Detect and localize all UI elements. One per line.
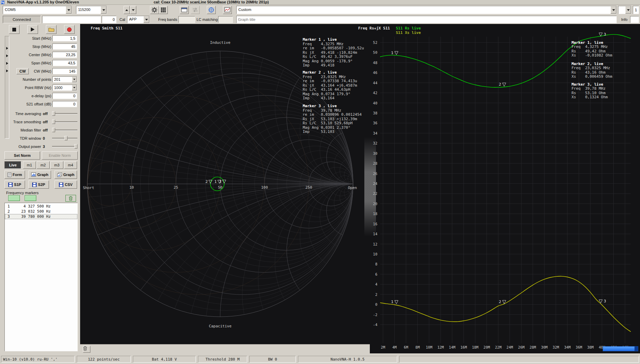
play-button[interactable] <box>27 25 38 34</box>
baud-rate-value: 115200 <box>76 6 101 14</box>
marker-row-1[interactable]: 1 4 327 500 Hz <box>5 204 77 209</box>
trace-smoothing-slider[interactable] <box>52 121 77 123</box>
median-filter-slider[interactable] <box>52 129 77 131</box>
edelay-row: e-delay (ps) <box>0 93 79 99</box>
median-filter-value: off <box>43 128 52 133</box>
set-norm-button[interactable]: Set Norm <box>4 151 40 160</box>
graph-settings-button[interactable] <box>223 6 232 14</box>
dropdown-arrow-icon[interactable] <box>101 6 106 14</box>
dropdown-arrow-icon[interactable] <box>611 6 616 14</box>
y-axis-tick: 8 <box>375 262 377 266</box>
stop-button[interactable] <box>9 25 20 34</box>
slider-thumb[interactable] <box>52 128 55 132</box>
frequency-marker-list[interactable]: 1 4 327 500 Hz 2 23 032 500 Hz 3 39 780 … <box>4 203 78 351</box>
settings-button[interactable] <box>150 6 159 14</box>
dropdown-arrow-icon[interactable] <box>66 6 72 14</box>
titlebar[interactable]: NanoVNA-App v1.1.205 by OneOfEleven cal:… <box>0 0 640 5</box>
rsxs-chart-title: Freq Rs+jX S11 <box>358 26 390 30</box>
scan-target-button[interactable] <box>207 6 216 14</box>
trace-live-button[interactable]: Live <box>4 161 21 169</box>
rbw-label: Point RBW (Hz) <box>0 85 51 91</box>
marker-color-swatch[interactable] <box>8 195 20 201</box>
cal-mode-select[interactable]: APP <box>127 16 150 23</box>
rbw-value: 1000 <box>53 85 72 90</box>
center-mhz-input[interactable] <box>52 52 77 58</box>
point-rbw-select[interactable]: 1000 <box>52 85 77 91</box>
count-field[interactable] <box>633 6 639 14</box>
slider-thumb[interactable] <box>52 120 55 124</box>
trace-m2-button[interactable]: m2 <box>37 161 50 169</box>
spin-down-button[interactable] <box>130 6 136 14</box>
marker-row-2[interactable]: 2 23 032 500 Hz <box>5 209 77 214</box>
points-label: Number of points <box>0 76 51 83</box>
form-label: Form <box>13 173 22 177</box>
s21-offset-row: S21 offset (dB) <box>0 101 79 107</box>
save-s2p-button[interactable]: S2P <box>28 180 49 189</box>
connected-button[interactable]: Connected <box>3 16 41 23</box>
edelay-input[interactable] <box>52 93 77 99</box>
mini-select[interactable] <box>618 6 631 14</box>
save-csv-button[interactable]: CSV <box>54 180 77 189</box>
progress-cap <box>635 347 638 351</box>
screenshot-button[interactable] <box>180 6 189 14</box>
graph-copy-button[interactable]: Graph <box>54 171 77 179</box>
baud-rate-select[interactable]: 115200 <box>76 6 107 14</box>
legend-s11-xs: S11 Xs live <box>396 30 421 35</box>
spin-up-button[interactable] <box>124 6 130 14</box>
address-field[interactable] <box>42 16 101 23</box>
freq-bands-field[interactable] <box>178 16 195 23</box>
trace-m1-button[interactable]: m1 <box>23 161 36 169</box>
graph-view-button[interactable]: Graph <box>28 171 51 179</box>
delete-markers-button[interactable] <box>65 195 76 202</box>
lc-matching-field[interactable] <box>218 16 233 23</box>
cal-label: Cal <box>120 15 125 24</box>
cw-mhz-input[interactable] <box>52 68 77 74</box>
dropdown-arrow-icon[interactable] <box>143 16 149 23</box>
slider-thumb[interactable] <box>74 144 77 149</box>
floppy-icon <box>8 183 13 187</box>
s2p-label: S2P <box>38 183 45 187</box>
x-axis-tick: 18M <box>472 345 478 349</box>
graph-preset-select[interactable]: Custom <box>236 6 617 14</box>
trace-m3-button[interactable]: m3 <box>50 161 63 169</box>
com-port-select[interactable]: COM5 <box>3 6 72 14</box>
save-s1p-button[interactable]: S1P <box>4 180 25 189</box>
svg-text:1: 1 <box>391 300 393 304</box>
output-power-slider[interactable] <box>52 146 77 147</box>
clear-plot-button[interactable] <box>83 346 90 353</box>
span-mhz-input[interactable] <box>52 60 77 66</box>
dropdown-arrow-icon[interactable] <box>625 6 631 14</box>
slider-thumb[interactable] <box>64 136 67 140</box>
marker-color-swatch[interactable] <box>25 195 36 201</box>
graph-marker-readout: Marker 3, liveFreq 39,78 MHzRs 53,10 Ohm… <box>572 83 608 99</box>
y-axis-tick: 4 <box>375 282 377 286</box>
tdr-window-slider[interactable] <box>52 138 77 139</box>
status-battery: Bat 4,118 V <box>133 356 196 363</box>
dropdown-arrow-icon[interactable] <box>72 77 77 82</box>
s21-offset-input[interactable] <box>52 101 77 107</box>
slider-thumb[interactable] <box>52 111 55 116</box>
record-button[interactable] <box>64 25 75 34</box>
start-freq-row: Start (MHz) <box>0 35 79 41</box>
graph-label: Graph <box>37 173 48 177</box>
stop-mhz-input[interactable] <box>52 43 77 50</box>
dropdown-arrow-icon[interactable] <box>72 85 77 90</box>
y-axis-scale-indicator[interactable] <box>364 137 376 236</box>
graph-title-input[interactable] <box>236 16 617 23</box>
marker-row-3[interactable]: 3 39 780 000 Hz <box>5 214 77 219</box>
time-averaging-slider[interactable] <box>52 113 77 114</box>
start-mhz-input[interactable] <box>52 35 77 41</box>
sweep-progress-bar <box>603 346 638 351</box>
form-view-button[interactable]: Form <box>4 171 25 179</box>
trace-m4-button[interactable]: m4 <box>64 161 77 169</box>
keypad-button[interactable] <box>159 6 168 14</box>
y-axis-tick: 2 <box>375 292 377 297</box>
y-axis-tick: -4 <box>373 323 377 327</box>
com-port-value: COM5 <box>3 6 66 14</box>
x-axis-tick: 36M <box>576 345 582 349</box>
play-icon <box>31 27 35 32</box>
number-of-points-select[interactable]: 201 <box>52 76 77 83</box>
offset-field[interactable] <box>102 16 116 23</box>
info-field[interactable] <box>630 16 639 23</box>
open-file-button[interactable] <box>46 25 57 34</box>
